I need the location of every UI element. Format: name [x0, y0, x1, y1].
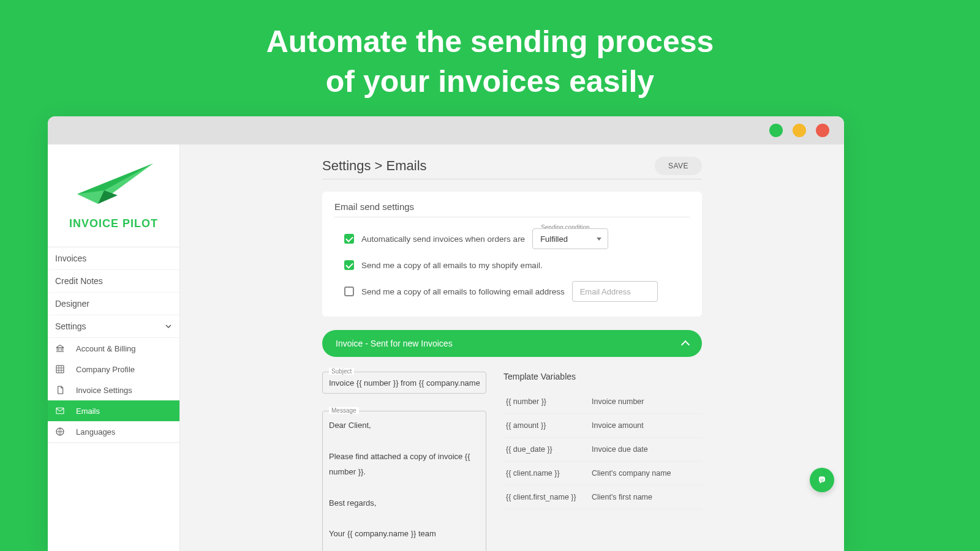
subject-input[interactable]	[323, 372, 486, 393]
document-icon	[55, 385, 65, 395]
sidebar-item-designer[interactable]: Designer	[48, 293, 179, 315]
sidebar-item-invoices[interactable]: Invoices	[48, 247, 179, 270]
variable-row: {{ due_date }} Invoice due date	[503, 438, 702, 462]
sidebar-sub-invoice-settings[interactable]: Invoice Settings	[48, 380, 179, 400]
window-dot-yellow[interactable]	[793, 124, 806, 137]
variable-row: {{ client.first_name }} Client's first n…	[503, 485, 702, 509]
paper-plane-icon	[71, 161, 157, 210]
chevron-down-icon	[165, 323, 172, 330]
svg-point-8	[823, 479, 824, 480]
mail-icon	[55, 406, 65, 416]
copy-other-label: Send me a copy of all emails to followin…	[361, 287, 565, 296]
brand-logo: INVOICE PILOT	[48, 144, 179, 247]
brand-name: INVOICE PILOT	[69, 217, 158, 230]
hero-line-2: of your invoices easily	[0, 62, 980, 102]
window-dot-red[interactable]	[816, 124, 829, 137]
svg-point-7	[821, 479, 822, 480]
window-dot-green[interactable]	[769, 124, 783, 137]
save-button[interactable]: SAVE	[655, 157, 702, 175]
sidebar-sub-company-profile[interactable]: Company Profile	[48, 359, 179, 380]
sidebar: INVOICE PILOT Invoices Credit Notes Desi…	[48, 144, 180, 551]
copy-email-input[interactable]	[572, 281, 658, 302]
window-titlebar	[48, 116, 844, 144]
hero-line-1: Automate the sending process	[0, 22, 980, 62]
auto-send-checkbox[interactable]	[344, 234, 354, 244]
copy-other-checkbox[interactable]	[344, 287, 354, 296]
chevron-up-icon	[681, 340, 690, 349]
template-variables-title: Template Variables	[503, 372, 702, 381]
sending-condition-select[interactable]: Fulfilled	[532, 228, 608, 249]
variable-row: {{ number }} Invoice number	[503, 390, 702, 414]
chat-widget-button[interactable]	[810, 468, 834, 492]
bank-icon	[55, 343, 65, 353]
sidebar-sub-emails[interactable]: Emails	[48, 400, 179, 421]
copy-shopify-label: Send me a copy of all emails to my shopi…	[361, 261, 543, 270]
variable-row: {{ amount }} Invoice amount	[503, 414, 702, 438]
globe-icon	[55, 427, 65, 437]
message-field: Message Dear Client, Please find attache…	[322, 411, 486, 551]
app-window: INVOICE PILOT Invoices Credit Notes Desi…	[48, 116, 844, 551]
auto-send-label: Automatically send invoices when orders …	[361, 234, 525, 244]
copy-shopify-checkbox[interactable]	[344, 260, 354, 270]
page-header: Settings > Emails SAVE	[322, 157, 702, 179]
grid-icon	[55, 364, 65, 374]
variable-row: {{ client.name }} Client's company name	[503, 462, 702, 485]
svg-rect-3	[56, 365, 64, 373]
sidebar-sub-languages[interactable]: Languages	[48, 421, 179, 443]
email-send-settings-card: Email send settings Automatically send i…	[322, 192, 702, 317]
subject-field: Subject	[322, 372, 486, 394]
sidebar-sub-account-billing[interactable]: Account & Billing	[48, 338, 179, 359]
breadcrumb: Settings > Emails	[322, 158, 427, 174]
sidebar-item-credit-notes[interactable]: Credit Notes	[48, 270, 179, 293]
chat-icon	[816, 474, 828, 486]
hero-banner: Automate the sending process of your inv…	[0, 0, 980, 102]
invoice-template-accordion[interactable]: Invoice - Sent for new Invoices	[322, 330, 702, 357]
card-title: Email send settings	[334, 201, 690, 217]
sidebar-item-settings[interactable]: Settings	[48, 315, 179, 338]
template-editor: Subject Message Dear Client, Please find…	[322, 372, 702, 551]
main-content: Settings > Emails SAVE Email send settin…	[180, 144, 844, 551]
message-textarea[interactable]: Dear Client, Please find attached a copy…	[323, 411, 486, 551]
